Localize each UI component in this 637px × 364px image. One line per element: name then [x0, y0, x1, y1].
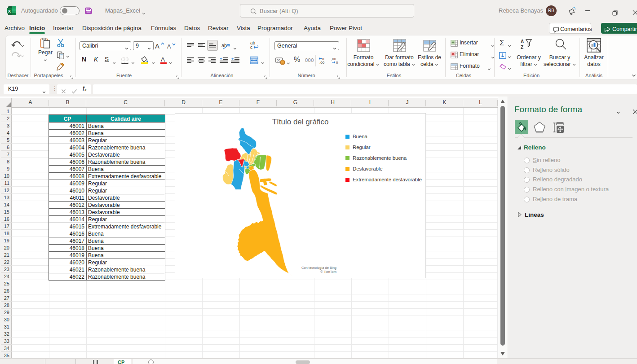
svg-text:X: X	[8, 9, 11, 13]
svg-text:0: 0	[336, 61, 338, 65]
svg-text:c: c	[250, 45, 252, 50]
svg-text:A: A	[155, 42, 159, 50]
svg-text:00: 00	[277, 59, 280, 62]
svg-text:Z: Z	[521, 45, 523, 50]
svg-text:,00: ,00	[319, 61, 325, 65]
svg-text:A: A	[167, 44, 171, 50]
svg-text:A: A	[521, 39, 524, 44]
svg-text:,00: ,00	[331, 57, 336, 61]
svg-text:A: A	[161, 56, 165, 63]
